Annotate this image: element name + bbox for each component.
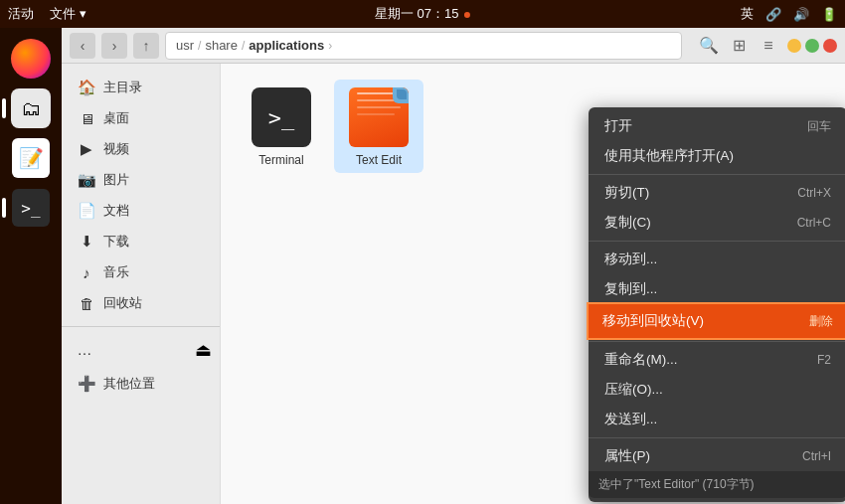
close-button[interactable] <box>823 39 837 53</box>
cm-move-to-trash[interactable]: 移动到回收站(V) 删除 <box>587 302 845 340</box>
file-item-textedit[interactable]: Text Edit <box>334 80 423 173</box>
volume-icon[interactable]: 🔊 <box>793 7 809 22</box>
sidebar-item-desktop[interactable]: 🖥 桌面 <box>66 103 216 133</box>
cm-properties[interactable]: 属性(P) Ctrl+I <box>589 441 845 471</box>
view-grid-button[interactable]: ⊞ <box>726 33 752 59</box>
top-bar-left: 活动 文件 ▾ <box>8 5 86 23</box>
sidebar-pictures-label: 图片 <box>103 171 129 189</box>
bc-usr[interactable]: usr <box>172 38 198 53</box>
activities-label[interactable]: 活动 <box>8 5 34 23</box>
cm-sep3 <box>589 341 845 342</box>
sidebar: 🏠 主目录 🖥 桌面 ▶ 视频 📷 图片 📄 文档 ⬇ 下载 <box>62 64 221 504</box>
cm-sep2 <box>589 241 845 242</box>
cm-open-label: 打开 <box>604 117 632 135</box>
cm-copy-to-label: 复制到... <box>604 280 657 298</box>
sidebar-documents-label: 文档 <box>103 202 129 220</box>
up-button[interactable]: ↑ <box>133 33 159 59</box>
file-manager: ‹ › ↑ usr / share / applications › 🔍 ⊞ ≡… <box>62 28 845 504</box>
dock-terminal[interactable]: >_ <box>8 185 54 231</box>
more-icon: … <box>76 341 93 358</box>
network-icon: 🔗 <box>765 7 781 22</box>
file-menu-label: 文件 <box>50 6 76 21</box>
content-area: 🏠 主目录 🖥 桌面 ▶ 视频 📷 图片 📄 文档 ⬇ 下载 <box>62 64 845 504</box>
dock-texteditor[interactable]: 📝 <box>8 135 54 181</box>
cm-sep4 <box>589 437 845 438</box>
sidebar-other-label: 其他位置 <box>103 375 155 393</box>
cm-footer: 选中了"Text Editor" (710字节) <box>589 471 845 498</box>
top-bar-right: 英 🔗 🔊 🔋 <box>741 5 837 23</box>
maximize-button[interactable] <box>805 39 819 53</box>
cm-open-shortcut: 回车 <box>807 118 831 135</box>
cm-copy[interactable]: 复制(C) Ctrl+C <box>589 208 845 238</box>
forward-button[interactable]: › <box>101 33 127 59</box>
textedit-label: Text Edit <box>356 153 402 167</box>
textedit-icon-wrapper <box>349 87 409 147</box>
sidebar-home-label: 主目录 <box>103 79 142 96</box>
sidebar-item-trash[interactable]: 🗑 回收站 <box>66 288 216 318</box>
sidebar-item-more[interactable]: … <box>70 337 99 362</box>
bc-sep3: › <box>328 39 332 53</box>
sidebar-item-videos[interactable]: ▶ 视频 <box>66 134 216 164</box>
cm-rename-shortcut: F2 <box>817 353 831 367</box>
cm-compress[interactable]: 压缩(O)... <box>589 375 845 405</box>
datetime: 星期一 07：15 <box>375 6 459 21</box>
terminal-label: Terminal <box>258 153 303 167</box>
cm-cut-label: 剪切(T) <box>604 184 649 202</box>
lang-indicator[interactable]: 英 <box>741 5 754 23</box>
file-menu[interactable]: 文件 ▾ <box>50 5 86 23</box>
cm-send-to[interactable]: 发送到... <box>589 405 845 434</box>
cm-copy-shortcut: Ctrl+C <box>797 216 831 230</box>
title-bar-actions: 🔍 ⊞ ≡ <box>696 33 781 59</box>
trash-icon: 🗑 <box>78 295 95 312</box>
bc-share[interactable]: share <box>201 38 242 53</box>
window-controls <box>787 39 837 53</box>
file-grid: >_ Terminal <box>221 64 845 504</box>
dock-firefox[interactable] <box>8 36 54 82</box>
dock-files[interactable]: 🗂 <box>8 85 54 131</box>
breadcrumb: usr / share / applications › <box>165 32 682 60</box>
terminal-file-icon: >_ <box>250 85 313 149</box>
cm-properties-label: 属性(P) <box>604 447 650 465</box>
eject-icon[interactable]: ⏏ <box>195 339 212 361</box>
cm-move-to[interactable]: 移动到... <box>589 245 845 274</box>
cm-properties-shortcut: Ctrl+I <box>802 449 831 463</box>
sidebar-trash-label: 回收站 <box>103 294 142 312</box>
cm-footer-text: 选中了"Text Editor" (710字节) <box>598 477 755 491</box>
bc-applications[interactable]: applications <box>245 38 328 53</box>
power-icon[interactable]: 🔋 <box>821 7 837 22</box>
cm-rename[interactable]: 重命名(M)... F2 <box>589 345 845 375</box>
sidebar-videos-label: 视频 <box>103 140 129 158</box>
sidebar-item-documents[interactable]: 📄 文档 <box>66 196 216 226</box>
sidebar-item-downloads[interactable]: ⬇ 下载 <box>66 227 216 256</box>
cm-open-with-label: 使用其他程序打开(A) <box>604 147 734 165</box>
cm-move-to-label: 移动到... <box>604 251 657 268</box>
sidebar-item-music[interactable]: ♪ 音乐 <box>66 257 216 287</box>
sidebar-item-home[interactable]: 🏠 主目录 <box>66 73 216 102</box>
cm-cut-shortcut: Ctrl+X <box>797 186 831 200</box>
cm-trash-shortcut: 删除 <box>809 313 833 330</box>
cm-send-to-label: 发送到... <box>604 411 657 428</box>
cm-sep1 <box>589 174 845 175</box>
cm-open[interactable]: 打开 回车 <box>589 111 845 141</box>
top-bar-center: 星期一 07：15 <box>375 5 470 23</box>
sidebar-item-other-locations[interactable]: ➕ 其他位置 <box>66 369 216 399</box>
home-icon: 🏠 <box>78 79 95 96</box>
terminal-icon: >_ <box>252 87 311 147</box>
top-bar: 活动 文件 ▾ 星期一 07：15 英 🔗 🔊 🔋 <box>0 0 845 28</box>
view-list-button[interactable]: ≡ <box>756 33 781 59</box>
sidebar-item-pictures[interactable]: 📷 图片 <box>66 165 216 195</box>
minimize-button[interactable] <box>787 39 801 53</box>
textedit-file-icon <box>347 85 411 149</box>
cm-open-with[interactable]: 使用其他程序打开(A) <box>589 141 845 171</box>
context-menu: 打开 回车 使用其他程序打开(A) 剪切(T) Ctrl+X 复制(C) Ctr… <box>589 107 845 502</box>
file-item-terminal[interactable]: >_ Terminal <box>237 80 326 173</box>
dot-indicator <box>464 12 470 18</box>
sidebar-downloads-label: 下载 <box>103 233 129 251</box>
cm-cut[interactable]: 剪切(T) Ctrl+X <box>589 178 845 208</box>
sidebar-bottom: … ⏏ <box>62 326 220 368</box>
back-button[interactable]: ‹ <box>70 33 95 59</box>
cm-copy-to[interactable]: 复制到... <box>589 274 845 304</box>
search-button[interactable]: 🔍 <box>696 33 722 59</box>
plus-icon: ➕ <box>78 375 95 393</box>
downloads-icon: ⬇ <box>78 233 95 251</box>
